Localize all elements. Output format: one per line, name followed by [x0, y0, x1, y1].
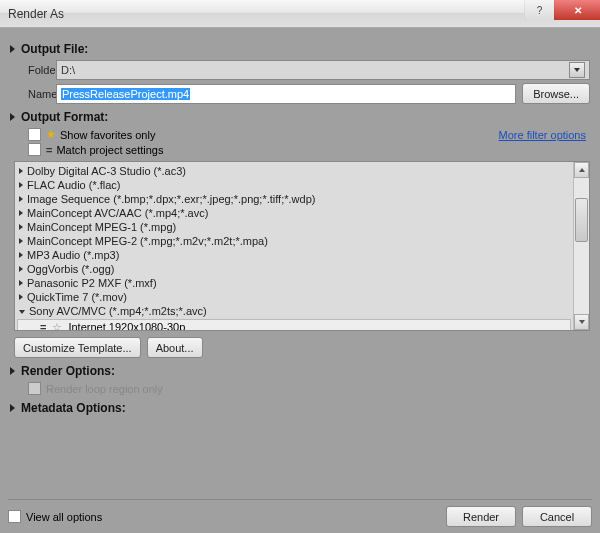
folder-dropdown[interactable]: D:\ — [56, 60, 590, 80]
customize-template-button[interactable]: Customize Template... — [14, 337, 141, 358]
browse-button[interactable]: Browse... — [522, 83, 590, 104]
star-outline-icon: ☆ — [52, 321, 62, 331]
list-item[interactable]: Image Sequence (*.bmp;*.dpx;*.exr;*.jpeg… — [15, 192, 573, 206]
chevron-right-icon — [19, 280, 23, 286]
chevron-right-icon — [19, 182, 23, 188]
chevron-right-icon — [19, 238, 23, 244]
scroll-up-button[interactable] — [574, 162, 589, 178]
titlebar[interactable]: Render As ? ✕ — [0, 0, 600, 28]
chevron-right-icon — [19, 266, 23, 272]
star-icon: ★ — [46, 128, 56, 141]
dialog-body: Output File: Folder: D:\ Name: PressRele… — [0, 28, 600, 533]
list-item[interactable]: Panasonic P2 MXF (*.mxf) — [15, 276, 573, 290]
favorites-checkbox[interactable] — [28, 128, 41, 141]
name-input[interactable]: PressReleaseProject.mp4 — [56, 84, 516, 104]
section-output-format[interactable]: Output Format: — [10, 110, 590, 124]
chevron-down-icon — [19, 310, 25, 314]
chevron-right-icon — [19, 196, 23, 202]
scroll-thumb[interactable] — [575, 198, 588, 242]
about-button[interactable]: About... — [147, 337, 203, 358]
help-button[interactable]: ? — [524, 0, 554, 20]
list-item[interactable]: Dolby Digital AC-3 Studio (*.ac3) — [15, 164, 573, 178]
vertical-scrollbar[interactable] — [573, 162, 589, 330]
chevron-right-icon — [19, 252, 23, 258]
format-list: Dolby Digital AC-3 Studio (*.ac3) FLAC A… — [14, 161, 590, 331]
render-loop-checkbox — [28, 382, 41, 395]
chevron-right-icon — [10, 404, 15, 412]
list-item[interactable]: FLAC Audio (*.flac) — [15, 178, 573, 192]
view-all-checkbox[interactable] — [8, 510, 21, 523]
preset-item[interactable]: = ☆ Internet 1920x1080-30p — [17, 319, 571, 330]
list-item[interactable]: Sony AVC/MVC (*.mp4;*.m2ts;*.avc) — [15, 304, 573, 318]
chevron-right-icon — [19, 294, 23, 300]
window-title: Render As — [8, 7, 64, 21]
equals-icon: = — [40, 321, 46, 330]
list-item[interactable]: MainConcept MPEG-2 (*.mpg;*.m2v;*.m2t;*.… — [15, 234, 573, 248]
equals-icon: = — [46, 144, 52, 156]
cancel-button[interactable]: Cancel — [522, 506, 592, 527]
render-loop-label: Render loop region only — [46, 383, 163, 395]
list-item[interactable]: MainConcept AVC/AAC (*.mp4;*.avc) — [15, 206, 573, 220]
chevron-right-icon — [19, 168, 23, 174]
match-label: Match project settings — [56, 144, 163, 156]
list-item[interactable]: QuickTime 7 (*.mov) — [15, 290, 573, 304]
section-output-file[interactable]: Output File: — [10, 42, 590, 56]
more-filter-link[interactable]: More filter options — [499, 129, 586, 141]
match-checkbox[interactable] — [28, 143, 41, 156]
dialog-footer: View all options Render Cancel — [8, 499, 592, 527]
chevron-down-icon[interactable] — [569, 62, 585, 78]
name-label: Name: — [10, 88, 56, 100]
scroll-down-button[interactable] — [574, 314, 589, 330]
render-button[interactable]: Render — [446, 506, 516, 527]
chevron-right-icon — [10, 367, 15, 375]
folder-label: Folder: — [10, 64, 56, 76]
chevron-right-icon — [10, 45, 15, 53]
close-button[interactable]: ✕ — [554, 0, 600, 20]
chevron-right-icon — [10, 113, 15, 121]
chevron-right-icon — [19, 224, 23, 230]
section-render-options[interactable]: Render Options: — [10, 364, 590, 378]
favorites-label: Show favorites only — [60, 129, 155, 141]
list-item[interactable]: OggVorbis (*.ogg) — [15, 262, 573, 276]
chevron-right-icon — [19, 210, 23, 216]
list-item[interactable]: MainConcept MPEG-1 (*.mpg) — [15, 220, 573, 234]
view-all-label: View all options — [26, 511, 102, 523]
list-item[interactable]: MP3 Audio (*.mp3) — [15, 248, 573, 262]
section-metadata-options[interactable]: Metadata Options: — [10, 401, 590, 415]
